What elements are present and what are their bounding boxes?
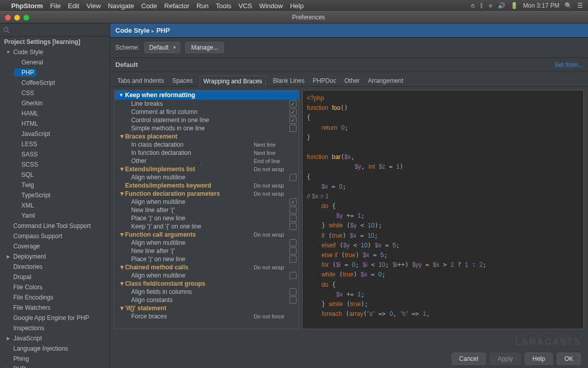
group-chained-calls[interactable]: ▼Chained method callsDo not wrap — [115, 263, 299, 271]
opt-place-p-newline[interactable]: Place ')' on new line — [115, 214, 299, 222]
menubar-wifi-icon[interactable]: ⟡ — [488, 2, 493, 9]
tree-lang-scss[interactable]: SCSS — [0, 159, 110, 170]
opt-in-func-decl[interactable]: In function declarationNext line — [115, 149, 299, 157]
tree-lang-twig[interactable]: Twig — [0, 180, 110, 190]
group-extends-keyword[interactable]: Extends/implements keywordDo not wrap — [115, 181, 299, 190]
tree-code-style[interactable]: ▼Code Style — [0, 47, 110, 57]
menu-vcs[interactable]: VCS — [238, 2, 252, 10]
set-from-link[interactable]: Set from... — [555, 61, 583, 68]
tree-php[interactable]: ▶PHP — [0, 364, 110, 368]
menu-run[interactable]: Run — [197, 2, 209, 10]
tab-tabs-and-indents[interactable]: Tabs and Indents — [116, 75, 165, 86]
checkbox[interactable] — [289, 198, 297, 205]
opt-other[interactable]: OtherEnd of line — [115, 157, 299, 165]
tree-lang-javascript[interactable]: JavaScript — [0, 129, 110, 139]
tab-other[interactable]: Other — [344, 75, 361, 86]
checkbox[interactable] — [289, 100, 297, 107]
tree-lang-coffeescript[interactable]: CoffeeScript — [0, 78, 110, 88]
menu-view[interactable]: View — [86, 2, 101, 10]
tree-lang-sass[interactable]: SASS — [0, 149, 110, 159]
app-name[interactable]: PhpStorm — [11, 2, 43, 10]
tab-blank-lines[interactable]: Blank Lines — [272, 75, 306, 86]
scheme-select[interactable]: Default▼ — [144, 42, 180, 53]
opt-newline-after-p[interactable]: New line after '(' — [115, 206, 299, 214]
opt-align-fields[interactable]: Align fields in columns — [115, 288, 299, 296]
spotlight-icon[interactable]: 🔍 — [565, 2, 572, 9]
opt-comment-first-col[interactable]: Comment at first column — [115, 108, 299, 116]
menu-edit[interactable]: Edit — [68, 2, 79, 10]
opt-newline-after-p-2[interactable]: New line after '(' — [115, 247, 299, 255]
checkbox[interactable] — [289, 125, 297, 132]
opt-line-breaks[interactable]: Line breaks — [115, 100, 299, 108]
tree-lang-gherkin[interactable]: Gherkin — [0, 98, 110, 108]
menu-code[interactable]: Code — [141, 2, 157, 10]
tree-file-encodings[interactable]: File Encodings — [0, 292, 110, 303]
checkbox[interactable] — [289, 174, 297, 181]
cancel-button[interactable]: Cancel — [452, 353, 486, 365]
manage-button[interactable]: Manage... — [185, 42, 224, 53]
tree-deployment[interactable]: ▶Deployment — [0, 251, 110, 262]
ok-button[interactable]: OK — [557, 353, 581, 365]
group-if-statement[interactable]: ▼'if()' statement — [115, 304, 299, 312]
menubar-clock[interactable]: Mon 3:17 PM — [523, 2, 559, 9]
help-button[interactable]: Help — [525, 353, 553, 365]
tree-compass-support[interactable]: Compass Support — [0, 231, 110, 241]
tree-lang-html[interactable]: HTML — [0, 119, 110, 129]
tree-lang-typescript[interactable]: TypeScript — [0, 190, 110, 200]
tree-lang-css[interactable]: CSS — [0, 88, 110, 98]
menubar-battery-icon[interactable]: 🔋 — [510, 2, 518, 9]
tree-drupal[interactable]: Drupal — [0, 272, 110, 282]
opt-align-multiline-1[interactable]: Align when multiline — [115, 173, 299, 181]
tab-spaces[interactable]: Spaces — [171, 75, 193, 86]
checkbox[interactable] — [289, 215, 297, 222]
tree-file-colors[interactable]: File Colors — [0, 282, 110, 292]
opt-in-class-decl[interactable]: In class declarationNext line — [115, 141, 299, 149]
tree-command-line-tool-support[interactable]: Command Line Tool Support — [0, 221, 110, 231]
opt-force-braces[interactable]: Force bracesDo not force — [115, 312, 299, 320]
group-keep-when-reformatting[interactable]: ▼Keep when reformatting — [115, 90, 299, 100]
opt-control-one-line[interactable]: Control statement in one line — [115, 116, 299, 124]
menu-help[interactable]: Help — [290, 2, 304, 10]
tree-coverage[interactable]: Coverage — [0, 241, 110, 251]
opt-align-multiline-4[interactable]: Align when multiline — [115, 271, 299, 280]
checkbox[interactable] — [289, 117, 297, 124]
menu-window[interactable]: Window — [259, 2, 283, 10]
tree-lang-haml[interactable]: HAML — [0, 108, 110, 119]
tree-lang-yaml[interactable]: Yaml — [0, 211, 110, 221]
checkbox[interactable] — [289, 288, 297, 295]
group-func-call-args[interactable]: ▼Function call argumentsDo not wrap — [115, 231, 299, 239]
checkbox[interactable] — [289, 206, 297, 214]
menu-file[interactable]: File — [50, 2, 61, 10]
checkbox[interactable] — [289, 247, 297, 255]
tree-lang-php[interactable]: PHP — [0, 67, 110, 78]
tree-lang-general[interactable]: General — [0, 57, 110, 67]
opt-simple-methods-one-line[interactable]: Simple methods in one line — [115, 124, 299, 132]
opt-align-constants[interactable]: Align constants — [115, 296, 299, 304]
apply-button[interactable]: Apply — [490, 353, 521, 365]
menu-refactor[interactable]: Refactor — [164, 2, 189, 10]
tree-lang-xml[interactable]: XML — [0, 200, 110, 211]
menubar-bt-icon[interactable]: ᛒ — [480, 2, 483, 9]
settings-search[interactable] — [0, 24, 110, 37]
tree-javascript[interactable]: ▶JavaScript — [0, 333, 110, 343]
zoom-button[interactable] — [23, 15, 29, 20]
tab-wrapping-and-braces[interactable]: Wrapping and Braces — [200, 76, 265, 87]
group-braces-placement[interactable]: ▼Braces placement — [115, 132, 299, 141]
checkbox[interactable] — [289, 108, 297, 116]
opt-keep-pp-one-line[interactable]: Keep ')' and '{' on one line — [115, 222, 299, 231]
tree-lang-less[interactable]: LESS — [0, 139, 110, 149]
group-extends-list[interactable]: ▼Extends/implements listDo not wrap — [115, 165, 299, 173]
tree-directories[interactable]: Directories — [0, 262, 110, 272]
checkbox[interactable] — [289, 256, 297, 263]
group-func-decl-params[interactable]: ▼Function declaration parametersDo not w… — [115, 190, 299, 198]
minimize-button[interactable] — [14, 15, 20, 20]
tab-arrangement[interactable]: Arrangement — [367, 75, 404, 86]
opt-place-p-newline-2[interactable]: Place ')' on new line — [115, 255, 299, 263]
menubar-vol-icon[interactable]: 🔊 — [498, 2, 505, 9]
tree-language-injections[interactable]: Language Injections — [0, 343, 110, 354]
close-button[interactable] — [5, 15, 11, 20]
menubar-status-icon[interactable]: ⎋ — [471, 2, 475, 9]
menu-tools[interactable]: Tools — [216, 2, 231, 10]
menu-navigate[interactable]: Navigate — [108, 2, 134, 10]
tree-lang-sql[interactable]: SQL — [0, 170, 110, 180]
